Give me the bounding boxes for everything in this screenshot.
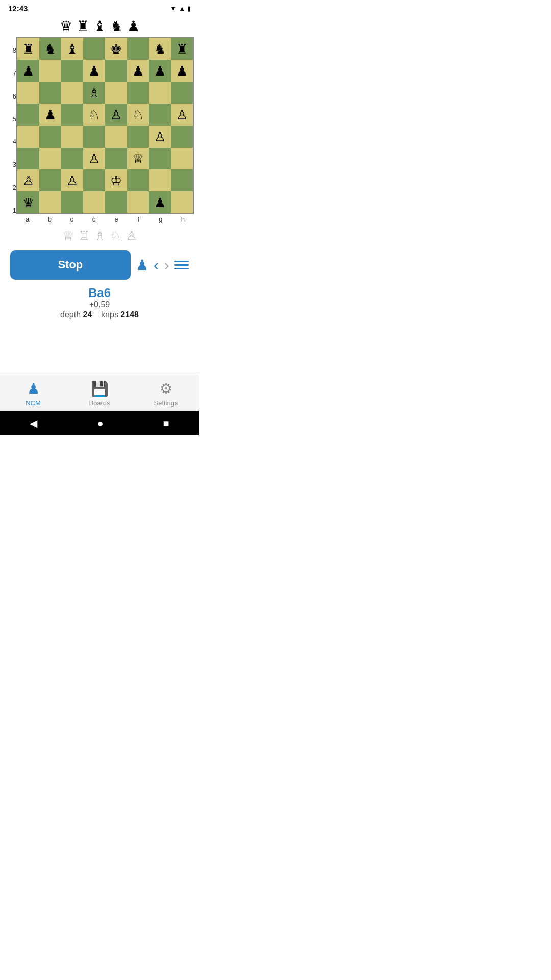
system-nav-bar: ◀ ● ■ [0,411,199,435]
square-e5[interactable]: ♙ [105,104,127,126]
cap-knight-icon: ♞ [110,18,123,35]
square-b6[interactable] [39,82,61,104]
square-a6[interactable] [17,82,39,104]
square-d6[interactable]: ♗ [83,82,105,104]
square-d1[interactable] [83,191,105,213]
square-c3[interactable] [61,148,83,169]
square-h4[interactable] [171,126,193,148]
signal-icon: ▲ [179,5,185,12]
square-b3[interactable] [39,148,61,169]
square-b4[interactable] [39,126,61,148]
square-d5[interactable]: ♘ [83,104,105,126]
settings-label: Settings [154,399,178,407]
square-f3[interactable]: ♕ [127,148,149,169]
square-e8[interactable]: ♚ [105,38,127,60]
square-c8[interactable]: ♝ [61,38,83,60]
square-h3[interactable] [171,148,193,169]
square-a8[interactable]: ♜ [17,38,39,60]
square-g5[interactable] [149,104,171,126]
boards-icon: 💾 [91,380,109,397]
cap-wbishop-icon: ♗ [94,228,106,244]
captured-pieces-bottom: ♕ ♖ ♗ ♘ ♙ [0,224,199,246]
square-f8[interactable] [127,38,149,60]
bottom-nav: ♟ NCM 💾 Boards ⚙ Settings [0,375,199,411]
square-h2[interactable] [171,169,193,191]
board-wrap: ♜♞♝♚♞♜♟♟♟♟♟♗♟♘♙♘♙♙♙♕♙♙♔♛♟ a b c d e f g … [16,37,194,224]
status-icons: ▼ ▲ ▮ [170,5,191,12]
cap-bishop-icon: ♝ [93,18,106,35]
square-e7[interactable] [105,60,127,82]
square-a4[interactable] [17,126,39,148]
square-a2[interactable]: ♙ [17,169,39,191]
square-b8[interactable]: ♞ [39,38,61,60]
square-g7[interactable]: ♟ [149,60,171,82]
cap-wqueen-icon: ♕ [62,228,74,244]
square-b2[interactable] [39,169,61,191]
chess-board[interactable]: ♜♞♝♚♞♜♟♟♟♟♟♗♟♘♙♘♙♙♙♕♙♙♔♛♟ [16,37,194,214]
controls: Stop ♟ ‹ › [0,246,199,284]
square-c5[interactable] [61,104,83,126]
square-f5[interactable]: ♘ [127,104,149,126]
square-g8[interactable]: ♞ [149,38,171,60]
nav-prev-button[interactable]: ‹ [154,256,159,275]
square-f7[interactable]: ♟ [127,60,149,82]
square-a3[interactable] [17,148,39,169]
depth-value: 24 [83,310,92,319]
cap-wknight-icon: ♘ [110,228,121,244]
best-move: Ba6 [0,286,199,300]
square-a1[interactable]: ♛ [17,191,39,213]
square-f2[interactable] [127,169,149,191]
square-b7[interactable] [39,60,61,82]
nav-item-boards[interactable]: 💾 Boards [66,380,133,407]
square-e4[interactable] [105,126,127,148]
square-f1[interactable] [127,191,149,213]
stop-button[interactable]: Stop [10,250,131,280]
knps-label: knps [101,310,118,319]
square-e6[interactable] [105,82,127,104]
square-g1[interactable]: ♟ [149,191,171,213]
home-button[interactable]: ● [97,418,103,429]
nav-item-ncm[interactable]: ♟ NCM [0,380,66,407]
nav-next-button[interactable]: › [164,256,169,275]
square-g6[interactable] [149,82,171,104]
menu-button[interactable] [174,261,189,270]
square-a5[interactable] [17,104,39,126]
square-d2[interactable] [83,169,105,191]
square-h7[interactable]: ♟ [171,60,193,82]
square-f6[interactable] [127,82,149,104]
square-c4[interactable] [61,126,83,148]
square-d8[interactable] [83,38,105,60]
square-c2[interactable]: ♙ [61,169,83,191]
settings-icon: ⚙ [160,380,172,397]
square-g3[interactable] [149,148,171,169]
square-h1[interactable] [171,191,193,213]
square-c7[interactable] [61,60,83,82]
back-button[interactable]: ◀ [30,417,37,429]
square-g2[interactable] [149,169,171,191]
square-f4[interactable] [127,126,149,148]
square-b1[interactable] [39,191,61,213]
square-a7[interactable]: ♟ [17,60,39,82]
cap-queen-icon: ♛ [60,18,72,35]
file-labels: a b c d e f g h [16,214,194,224]
square-b5[interactable]: ♟ [39,104,61,126]
move-stats: depth 24 knps 2148 [0,310,199,320]
square-d7[interactable]: ♟ [83,60,105,82]
square-e3[interactable] [105,148,127,169]
square-d4[interactable] [83,126,105,148]
square-g4[interactable]: ♙ [149,126,171,148]
square-h5[interactable]: ♙ [171,104,193,126]
depth-label: depth [60,310,81,319]
square-h8[interactable]: ♜ [171,38,193,60]
square-e1[interactable] [105,191,127,213]
square-d3[interactable]: ♙ [83,148,105,169]
battery-icon: ▮ [187,5,191,12]
pawn-icon[interactable]: ♟ [136,257,148,274]
square-c6[interactable] [61,82,83,104]
rank-labels: 8 7 6 5 4 3 2 1 [5,37,16,224]
nav-item-settings[interactable]: ⚙ Settings [133,380,199,407]
square-h6[interactable] [171,82,193,104]
square-e2[interactable]: ♔ [105,169,127,191]
recent-button[interactable]: ■ [163,418,169,429]
square-c1[interactable] [61,191,83,213]
